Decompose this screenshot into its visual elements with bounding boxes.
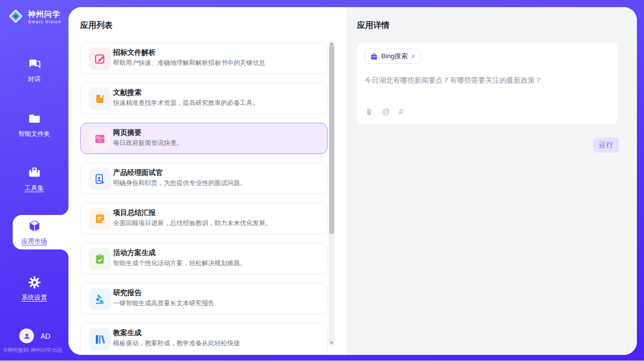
sidebar-item-label: 应用市场 — [22, 238, 47, 245]
active-tab-fillet-bottom — [60, 249, 68, 258]
sidebar-item-label: 系统设置 — [22, 294, 47, 301]
list-item-research-report[interactable]: 研究报告 一键智能生成高质量长文本研究报告 — [80, 283, 328, 314]
app-name: 招标文件解析 — [113, 48, 156, 57]
list-item-tender-parse[interactable]: 招标文件解析 帮助用户快速、准确地理解和解析招标书中的关键信息 — [80, 43, 328, 74]
active-tab-fillet-top — [60, 207, 68, 215]
briefcase-icon — [370, 53, 378, 60]
sidebar-item-app-market[interactable]: 应用市场 — [0, 219, 68, 246]
app-name: 项目总结汇报 — [113, 208, 156, 218]
list-item-lesson-plan[interactable]: 教案生成 模板驱动，教案秒成，教学准备从此轻松快捷 — [80, 323, 328, 355]
sidebar-item-smart-folder[interactable]: 智能文件夹 — [0, 112, 68, 138]
app-list-title: 应用列表 — [80, 20, 113, 31]
cube-icon — [0, 219, 68, 233]
app-desc: 一键智能生成高质量长文本研究报告 — [113, 299, 321, 308]
app-desc: 模板驱动，教案秒成，教学准备从此轻松快捷 — [113, 339, 321, 348]
user-account[interactable]: AD — [19, 329, 50, 343]
close-icon[interactable]: × — [411, 53, 415, 60]
sidebar: 神州问学 Smart Vision 对话 智能文件夹 — [0, 0, 68, 362]
run-button[interactable]: 运行 — [593, 137, 619, 153]
sidebar-item-label: 工具集 — [25, 185, 44, 192]
event-plan-icon — [89, 248, 111, 270]
logo-subtitle: Smart Vision — [28, 20, 61, 24]
query-text[interactable]: 今日湖北有哪些新闻要点？有哪些需要关注的最新政策？ — [365, 76, 610, 85]
app-name: 网页摘要 — [113, 128, 141, 137]
tool-chip-bing-search[interactable]: Bing搜索 × — [365, 49, 421, 64]
chat-icon — [0, 57, 68, 71]
sidebar-item-toolset[interactable]: 工具集 — [0, 166, 68, 193]
app-name: 教案生成 — [113, 329, 141, 338]
logo-diamond-icon — [7, 8, 24, 27]
literature-search-icon — [89, 88, 111, 110]
list-item-webpage-summary[interactable]: </> 网页摘要 每日政府新闻资讯快查。 — [80, 123, 328, 154]
list-item-event-plan[interactable]: 活动方案生成 智能生成个性化活动方案，轻松解决规划难题。 — [80, 243, 328, 274]
list-scrollbar[interactable] — [329, 41, 335, 346]
app-logo: 神州问学 Smart Vision — [7, 8, 61, 27]
scroll-down-icon[interactable] — [330, 342, 333, 344]
toolbox-icon — [0, 166, 68, 180]
app-name: 研究报告 — [113, 288, 141, 298]
list-item-project-summary[interactable]: 项目总结汇报 全面回顾项目进展，总结经验教训，助力未来优化发展。 — [80, 203, 328, 234]
app-list-panel: 应用列表 招标文件解析 帮助用户快速、准确地理解和解析招标书中的关键信息 文献搜… — [68, 7, 346, 355]
pm-interviewer-icon — [89, 168, 111, 190]
research-report-icon — [89, 288, 111, 310]
app-name: 产品经理面试官 — [113, 168, 163, 177]
user-name: AD — [41, 332, 50, 340]
app-detail-title: 应用详情 — [357, 20, 389, 31]
sidebar-item-label: 对话 — [28, 76, 41, 83]
app-detail-panel: 应用详情 Bing搜索 × 今日湖北有哪些新闻要点？有哪些需要关注的最新政策？ — [346, 7, 637, 355]
gear-icon — [0, 275, 68, 289]
svg-text:</>: </> — [97, 138, 102, 142]
app-desc: 帮助用户快速、准确地理解和解析招标书中的关键信息 — [113, 59, 321, 67]
project-summary-icon — [89, 208, 111, 230]
app-desc: 明确身份和职责，为您提供专业性的面试问题。 — [113, 179, 321, 188]
paperclip-icon[interactable] — [365, 107, 373, 116]
app-desc: 每日政府新闻资讯快查。 — [113, 139, 321, 148]
lesson-plan-icon — [89, 328, 111, 350]
folder-icon — [0, 112, 68, 126]
app-name: 文献搜索 — [113, 88, 141, 97]
logo-title: 神州问学 — [28, 10, 61, 18]
app-desc: 全面回顾项目进展，总结经验教训，助力未来优化发展。 — [113, 219, 321, 228]
hash-topic-icon[interactable]: # — [399, 108, 403, 116]
tender-parse-icon — [89, 48, 111, 70]
user-avatar-icon — [19, 329, 34, 343]
list-item-literature-search[interactable]: 文献搜索 快速精准查找学术资源，提高研究效率的必备工具。 — [80, 83, 328, 114]
copyright-text: ©神州数码·神州问学出品 — [4, 347, 69, 354]
main-content: 应用列表 招标文件解析 帮助用户快速、准确地理解和解析招标书中的关键信息 文献搜… — [68, 7, 637, 355]
prompt-card: Bing搜索 × 今日湖北有哪些新闻要点？有哪些需要关注的最新政策？ @ # — [356, 42, 619, 125]
webpage-summary-icon: </> — [89, 128, 111, 150]
app-desc: 智能生成个性化活动方案，轻松解决规划难题。 — [113, 259, 321, 268]
app-name: 活动方案生成 — [113, 248, 156, 258]
app-desc: 快速精准查找学术资源，提高研究效率的必备工具。 — [113, 99, 321, 107]
scrollbar-thumb[interactable] — [329, 45, 334, 234]
list-item-pm-interviewer[interactable]: 产品经理面试官 明确身份和职责，为您提供专业性的面试问题。 — [80, 163, 328, 194]
sidebar-item-chat[interactable]: 对话 — [0, 57, 68, 84]
at-mention-icon[interactable]: @ — [382, 108, 390, 116]
sidebar-item-settings[interactable]: 系统设置 — [0, 275, 68, 302]
composer-toolbar: @ # — [365, 107, 403, 116]
tool-chip-label: Bing搜索 — [381, 52, 408, 61]
sidebar-item-label: 智能文件夹 — [18, 130, 50, 137]
